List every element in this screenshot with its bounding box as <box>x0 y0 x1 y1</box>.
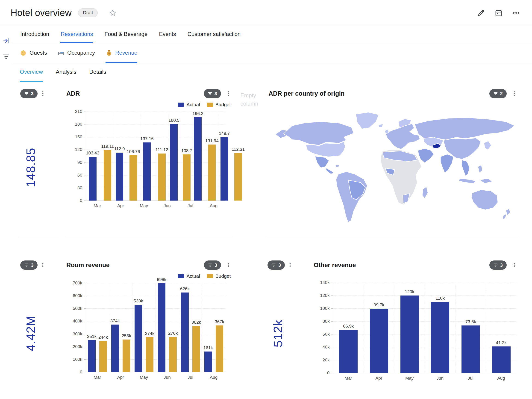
bar-actual-may[interactable] <box>134 305 142 372</box>
bar-actual-may[interactable] <box>143 142 151 200</box>
filter-count: 3 <box>215 262 217 268</box>
bar-actual-jun[interactable] <box>170 124 178 200</box>
adr-chart-menu-button[interactable] <box>225 90 233 97</box>
map-region[interactable] <box>415 118 514 141</box>
map-regions[interactable] <box>276 112 515 222</box>
subtab-revenue[interactable]: $ Revenue <box>106 43 137 63</box>
map-region[interactable] <box>462 160 470 176</box>
bar-actual-mar[interactable] <box>88 340 96 372</box>
bar-actual-jul[interactable] <box>194 117 202 200</box>
filter-icon <box>24 263 29 267</box>
edit-button[interactable] <box>476 8 486 18</box>
viewtab-details[interactable]: Details <box>89 63 106 82</box>
map-region[interactable] <box>418 148 434 163</box>
bar-budget-mar[interactable] <box>99 341 107 372</box>
tab-customer-satisfaction[interactable]: Customer satisfaction <box>187 26 241 43</box>
adr-card-main: ADR 3 <box>65 88 233 237</box>
bar-actual-apr[interactable] <box>116 153 123 200</box>
room-revenue-row-menu-button[interactable] <box>39 261 47 269</box>
adr-row-menu-button[interactable] <box>39 90 47 97</box>
bar-actual-jun[interactable] <box>431 302 449 373</box>
bar-budget-aug[interactable] <box>234 153 242 200</box>
bar-budget-apr[interactable] <box>123 340 130 372</box>
subtab-guests[interactable]: Guests <box>20 43 47 63</box>
room-revenue-bar-chart[interactable]: 0100k200k300k400k500k600k700k251k244k374… <box>66 283 225 380</box>
favorite-star-button[interactable] <box>107 8 118 18</box>
filter-panel-button[interactable] <box>1 51 11 61</box>
filter-count: 2 <box>500 91 503 96</box>
other-revenue-bar-chart[interactable]: 020k40k60k80k100k120k140k66.9k99.7k120k1… <box>314 283 516 381</box>
map-region[interactable] <box>478 165 483 173</box>
bar-budget-apr[interactable] <box>129 155 137 200</box>
y-axis-tickmark <box>84 188 86 188</box>
other-revenue-chart-filter-badge[interactable]: 3 <box>489 260 507 270</box>
bar-actual-mar[interactable] <box>89 157 96 200</box>
expand-panel-icon <box>3 37 10 44</box>
bar-actual-jul[interactable] <box>181 292 189 372</box>
tab-reservations[interactable]: Reservations <box>60 26 93 43</box>
map-region[interactable] <box>441 154 453 173</box>
bar-actual-apr[interactable] <box>111 325 119 372</box>
y-axis-tick-label: 300k <box>73 331 82 336</box>
bar-budget-may[interactable] <box>146 337 153 372</box>
bar-budget-jun[interactable] <box>183 154 190 200</box>
bar-actual-mar[interactable] <box>339 330 358 373</box>
bar-budget-mar[interactable] <box>104 150 111 200</box>
map-region[interactable] <box>315 156 329 168</box>
map-region[interactable] <box>480 178 492 183</box>
other-revenue-row-filter-badge[interactable]: 3 <box>267 260 285 270</box>
map-region[interactable] <box>422 187 428 199</box>
bar-budget-aug[interactable] <box>216 325 223 372</box>
filter-count: 3 <box>500 262 503 268</box>
gridline <box>86 200 225 201</box>
filter-icon <box>24 91 29 96</box>
adr-map-menu-button[interactable] <box>510 90 518 97</box>
other-revenue-row-menu-button[interactable] <box>286 261 294 269</box>
x-axis: MarAprMayJunJulAug <box>333 376 516 381</box>
map-region[interactable] <box>506 209 511 215</box>
map-region[interactable] <box>502 214 507 219</box>
bar-actual-aug[interactable] <box>492 347 511 373</box>
tab-introduction[interactable]: Introduction <box>20 26 50 43</box>
bar-actual-aug[interactable] <box>204 352 212 372</box>
bar-budget-may[interactable] <box>158 154 166 200</box>
tab-events[interactable]: Events <box>158 26 176 43</box>
subtab-occupancy[interactable]: Occupancy <box>57 43 95 63</box>
viewtab-overview[interactable]: Overview <box>20 63 43 82</box>
bar-budget-jun[interactable] <box>169 337 177 372</box>
viewtab-analysis[interactable]: Analysis <box>56 63 76 82</box>
kebab-icon <box>226 262 232 268</box>
bar-budget-jul[interactable] <box>208 145 216 200</box>
world-map-choropleth[interactable] <box>268 108 518 228</box>
collapse-panel-button[interactable] <box>1 36 11 46</box>
map-region[interactable] <box>403 194 410 203</box>
map-region[interactable] <box>379 124 383 128</box>
adr-row-filter-badge[interactable]: 3 <box>20 89 38 98</box>
map-region[interactable] <box>484 141 492 150</box>
bar-actual-may[interactable] <box>400 296 419 373</box>
bar-with-label: 99.7k <box>370 302 388 373</box>
bar-group-may: 530k274k <box>132 283 156 372</box>
map-region[interactable] <box>356 112 379 129</box>
tab-food-beverage[interactable]: Food & Beverage <box>104 26 148 43</box>
map-region[interactable] <box>336 165 339 167</box>
map-region[interactable] <box>459 178 476 183</box>
map-region[interactable] <box>325 167 334 174</box>
bar-actual-aug[interactable] <box>221 137 228 200</box>
calendar-button[interactable] <box>493 8 504 18</box>
adr-map-filter-badge[interactable]: 2 <box>489 89 507 98</box>
more-options-button[interactable] <box>511 8 521 18</box>
adr-chart-filter-badge[interactable]: 3 <box>204 89 221 98</box>
map-region[interactable] <box>386 124 420 149</box>
bar-actual-jun[interactable] <box>158 283 165 372</box>
bar-actual-apr[interactable] <box>370 309 388 373</box>
other-revenue-chart-menu-button[interactable] <box>510 261 518 269</box>
bar-budget-jul[interactable] <box>192 326 200 372</box>
adr-bar-chart[interactable]: 0306090120150180210103.43119.11112.9106.… <box>66 112 225 208</box>
room-revenue-chart-menu-button[interactable] <box>225 261 233 269</box>
bar-actual-jul[interactable] <box>462 325 480 373</box>
map-region[interactable] <box>471 190 498 210</box>
room-revenue-chart-filter-badge[interactable]: 3 <box>204 260 221 270</box>
bar-with-label: 112.31 <box>232 147 245 200</box>
room-revenue-row-filter-badge[interactable]: 3 <box>20 260 38 270</box>
